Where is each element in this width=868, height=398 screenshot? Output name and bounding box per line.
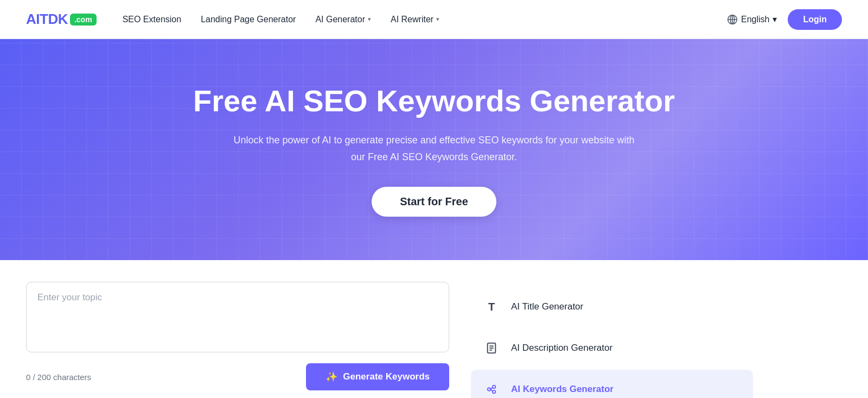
generate-keywords-label: Generate Keywords bbox=[343, 371, 430, 382]
language-label: English bbox=[741, 15, 769, 24]
hero-section: Free AI SEO Keywords Generator Unlock th… bbox=[0, 39, 868, 260]
start-free-button[interactable]: Start for Free bbox=[372, 187, 496, 217]
nav-links: SEO Extension Landing Page Generator AI … bbox=[123, 15, 727, 24]
nav-link-ai-generator[interactable]: AI Generator ▾ bbox=[315, 15, 371, 24]
hero-subtitle: Unlock the power of AI to generate preci… bbox=[228, 132, 640, 165]
bottom-section: 0 / 200 characters ✨ Generate Keywords T… bbox=[0, 260, 868, 398]
logo[interactable]: AITDK .com bbox=[26, 11, 97, 28]
svg-point-8 bbox=[488, 388, 491, 391]
sidebar-item-description-generator[interactable]: AI Description Generator bbox=[471, 328, 753, 368]
nav-link-seo-extension-label: SEO Extension bbox=[123, 15, 182, 24]
sidebar-item-title-generator[interactable]: T AI Title Generator bbox=[471, 287, 753, 326]
globe-icon bbox=[727, 14, 738, 25]
svg-point-10 bbox=[493, 390, 496, 394]
svg-line-12 bbox=[490, 389, 493, 391]
nav-link-ai-rewriter[interactable]: AI Rewriter ▾ bbox=[391, 15, 439, 24]
topic-input[interactable] bbox=[26, 282, 449, 352]
keywords-icon bbox=[482, 380, 501, 398]
sidebar-item-keywords-label: AI Keywords Generator bbox=[511, 384, 614, 395]
login-button[interactable]: Login bbox=[788, 9, 842, 30]
topic-footer: 0 / 200 characters ✨ Generate Keywords bbox=[26, 363, 449, 390]
chevron-down-icon: ▾ bbox=[436, 16, 439, 23]
wand-icon: ✨ bbox=[326, 371, 337, 383]
topic-panel: 0 / 200 characters ✨ Generate Keywords bbox=[26, 282, 449, 398]
sidebar-item-description-label: AI Description Generator bbox=[511, 343, 612, 353]
description-icon bbox=[482, 338, 501, 358]
title-icon: T bbox=[482, 297, 501, 317]
nav-link-landing-page-label: Landing Page Generator bbox=[201, 15, 296, 24]
nav-right: English ▾ Login bbox=[727, 9, 842, 30]
sidebar-item-keywords-generator[interactable]: AI Keywords Generator bbox=[471, 370, 753, 398]
language-chevron-icon: ▾ bbox=[773, 14, 777, 24]
hero-title: Free AI SEO Keywords Generator bbox=[193, 83, 675, 119]
language-selector[interactable]: English ▾ bbox=[727, 14, 777, 25]
nav-link-ai-generator-label: AI Generator bbox=[315, 15, 365, 24]
nav-link-landing-page[interactable]: Landing Page Generator bbox=[201, 15, 296, 24]
sidebar-panel: T AI Title Generator AI Description Gene… bbox=[471, 282, 753, 398]
logo-badge: .com bbox=[70, 14, 97, 26]
sidebar-item-title-label: AI Title Generator bbox=[511, 301, 583, 312]
nav-link-ai-rewriter-label: AI Rewriter bbox=[391, 15, 433, 24]
navbar: AITDK .com SEO Extension Landing Page Ge… bbox=[0, 0, 868, 39]
nav-link-seo-extension[interactable]: SEO Extension bbox=[123, 15, 182, 24]
char-count: 0 / 200 characters bbox=[26, 372, 91, 382]
generate-keywords-button[interactable]: ✨ Generate Keywords bbox=[306, 363, 449, 390]
svg-point-9 bbox=[493, 386, 496, 389]
chevron-down-icon: ▾ bbox=[368, 16, 371, 23]
logo-text: AITDK bbox=[26, 11, 68, 28]
